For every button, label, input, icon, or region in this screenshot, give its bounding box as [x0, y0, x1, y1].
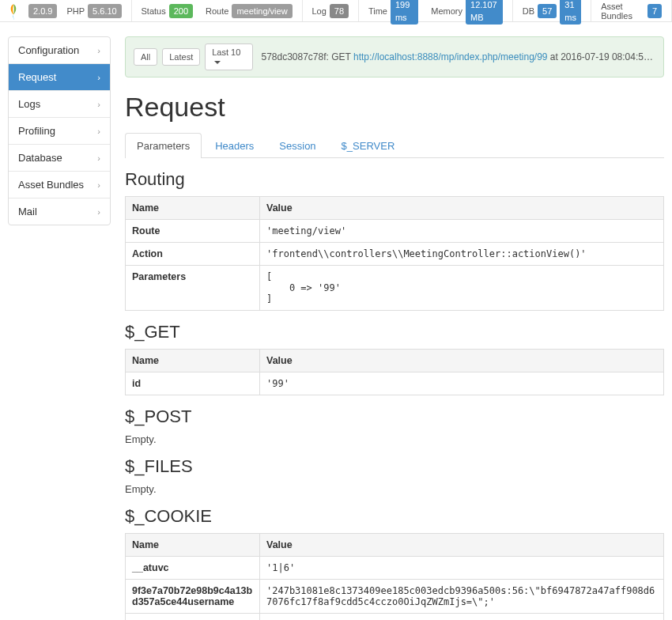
table-row: PHPSESSID'ffa502d8ca1d2926bbad650e1fbd01… [126, 614, 664, 621]
sidebar-item-label: Mail [18, 206, 37, 217]
section-cookie-title: $_COOKIE [125, 506, 664, 527]
db-label: DB [523, 6, 534, 16]
time-badge: 199 ms [391, 0, 418, 25]
sidebar-item-request[interactable]: Request› [9, 64, 110, 91]
php-version-badge: 5.6.10 [88, 4, 122, 18]
status-label: Status [142, 6, 166, 16]
request-url-link[interactable]: http://localhost:8888/mp/index.php/meeti… [353, 51, 548, 62]
sidebar-item-profiling[interactable]: Profiling› [9, 118, 110, 145]
sidebar-item-label: Profiling [18, 125, 55, 137]
chevron-down-icon [214, 61, 221, 64]
section-routing-title: Routing [125, 169, 664, 190]
tab-headers[interactable]: Headers [203, 133, 266, 158]
tabs: ParametersHeadersSession$_SERVER [125, 132, 664, 158]
row-value: [ 0 => '99' ] [260, 266, 664, 311]
sidebar-item-configuration[interactable]: Configuration› [9, 37, 110, 64]
last10-dropdown[interactable]: Last 10 [205, 43, 253, 70]
sidebar-item-asset-bundles[interactable]: Asset Bundles› [9, 172, 110, 198]
row-name: Route [126, 220, 260, 243]
table-row: id'99' [126, 372, 664, 395]
chevron-right-icon: › [97, 127, 100, 136]
memory-group: Memory 12.107 MB [428, 0, 506, 25]
row-value: 'ffa502d8ca1d2926bbad650e1fbd01d9' [260, 614, 664, 621]
col-name: Name [126, 197, 260, 220]
status-badge: 200 [169, 4, 193, 18]
db-group[interactable]: DB 57 31 ms [519, 0, 585, 25]
content: All Latest Last 10 578dc3087c78f: GET ht… [125, 36, 664, 620]
table-row: Parameters[ 0 => '99' ] [126, 266, 664, 311]
row-value: 'meeting/view' [260, 220, 664, 243]
col-name: Name [126, 350, 260, 372]
log-label: Log [311, 6, 326, 16]
sidebar-item-label: Asset Bundles [18, 179, 84, 191]
col-value: Value [260, 197, 664, 220]
sidebar-item-logs[interactable]: Logs› [9, 91, 110, 118]
section-post-title: $_POST [125, 406, 664, 427]
time-label: Time [368, 6, 387, 16]
page-title: Request [125, 92, 664, 123]
memory-badge: 12.107 MB [466, 0, 503, 25]
table-row: Action'frontend\\controllers\\MeetingCon… [126, 243, 664, 266]
db-count-badge: 57 [538, 4, 557, 18]
row-name: id [126, 372, 260, 395]
row-value: '99' [260, 372, 664, 395]
time-group: Time 199 ms [365, 0, 421, 25]
db-time-badge: 31 ms [560, 0, 581, 25]
chevron-right-icon: › [97, 153, 100, 163]
assets-badge: 7 [647, 4, 662, 18]
all-button[interactable]: All [134, 48, 157, 66]
request-selector-strip: All Latest Last 10 578dc3087c78f: GET ht… [125, 36, 664, 78]
assets-label: Asset Bundles [601, 2, 644, 21]
php-label: PHP [66, 6, 85, 16]
chevron-right-icon: › [97, 207, 100, 217]
row-value: '1|6' [260, 557, 664, 580]
route-group: Route meeting/view [202, 4, 296, 18]
sidebar-item-label: Request [18, 71, 56, 83]
row-value: 'frontend\\controllers\\MeetingControlle… [260, 243, 664, 266]
tab-parameters[interactable]: Parameters [125, 133, 202, 158]
tab-session[interactable]: Session [267, 133, 327, 158]
route-label: Route [206, 6, 228, 16]
status-group: Status 200 [138, 4, 197, 18]
row-name: Action [126, 243, 260, 266]
row-name: PHPSESSID [126, 614, 260, 621]
chevron-right-icon: › [97, 100, 100, 109]
section-files-title: $_FILES [125, 456, 664, 477]
sidebar-item-database[interactable]: Database› [9, 145, 110, 172]
post-empty: Empty. [125, 433, 664, 445]
latest-button[interactable]: Latest [162, 48, 200, 66]
assets-group[interactable]: Asset Bundles 7 [598, 2, 665, 21]
col-value: Value [260, 350, 664, 372]
memory-label: Memory [431, 6, 462, 16]
get-table: Name Value id'99' [125, 349, 664, 395]
log-group[interactable]: Log 78 [308, 4, 352, 18]
chevron-right-icon: › [97, 73, 100, 82]
php-group: PHP 5.6.10 [63, 4, 124, 18]
yii-logo-icon [5, 2, 22, 20]
table-row: 9f3e7a70b72e98b9c4a13bd357a5ce44username… [126, 580, 664, 614]
routing-table: Name Value Route'meeting/view'Action'fro… [125, 196, 664, 311]
sidebar: Configuration›Request›Logs›Profiling›Dat… [8, 36, 111, 225]
request-summary: 578dc3087c78f: GET http://localhost:8888… [261, 51, 655, 62]
yii-version-badge: 2.0.9 [28, 4, 57, 18]
sidebar-item-label: Configuration [18, 44, 79, 56]
log-badge: 78 [330, 4, 349, 18]
table-row: __atuvc'1|6' [126, 557, 664, 580]
row-value: '247b31081e8c1373409ee185c003edcb9396a50… [260, 580, 664, 614]
table-row: Route'meeting/view' [126, 220, 664, 243]
tab--server[interactable]: $_SERVER [330, 133, 407, 158]
route-badge: meeting/view [232, 4, 292, 18]
sidebar-item-label: Logs [18, 98, 40, 110]
request-hash-method: 578dc3087c78f: GET [261, 51, 350, 62]
sidebar-item-mail[interactable]: Mail› [9, 198, 110, 225]
debug-toolbar: 2.0.9 PHP 5.6.10 Status 200 Route meetin… [0, 0, 672, 22]
sidebar-item-label: Database [18, 152, 62, 164]
row-name: Parameters [126, 266, 260, 311]
request-tail: at 2016-07-19 08:04:56 am by ::1 [548, 51, 656, 62]
section-get-title: $_GET [125, 322, 664, 342]
chevron-right-icon: › [97, 46, 100, 55]
cookie-table: Name Value __atuvc'1|6'9f3e7a70b72e98b9c… [125, 533, 664, 620]
row-name: __atuvc [126, 557, 260, 580]
col-name: Name [126, 534, 260, 557]
files-empty: Empty. [125, 483, 664, 495]
